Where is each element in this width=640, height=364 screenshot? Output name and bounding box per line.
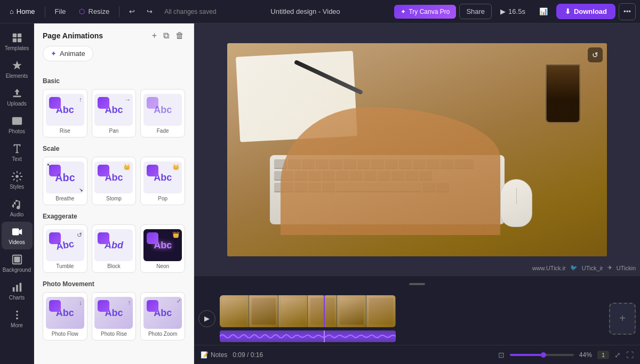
anim-card-pan[interactable]: Abc → Pan <box>92 89 137 137</box>
sidebar-item-background[interactable]: Background <box>2 249 33 277</box>
anim-preview-stomp: Abc 👑 <box>94 161 133 193</box>
more-options-button[interactable]: ••• <box>619 3 636 20</box>
sidebar-item-styles[interactable]: Styles <box>2 166 33 194</box>
anim-card-block[interactable]: Abd Block <box>92 224 137 273</box>
progress-track[interactable] <box>510 354 574 356</box>
animate-button[interactable]: ✦ Animate <box>43 46 93 61</box>
refresh-button[interactable]: ↺ <box>588 47 603 62</box>
svg-rect-1 <box>17 34 21 37</box>
anim-grid-photo: Abc ↓ Photo Flow Abc ↑ Photo Rise <box>43 292 185 341</box>
download-button[interactable]: ⬇ Download <box>556 4 615 19</box>
canvas-body: ↺ www.UTick.ir 🐦 UTick_ir ✈ UTickin <box>194 23 640 276</box>
arrow-up-icon: ↑ <box>79 96 82 103</box>
svg-point-6 <box>15 175 19 178</box>
anim-card-photo-zoom[interactable]: Abc ⤢ Photo Zoom <box>140 292 185 341</box>
abc-icon <box>49 97 61 109</box>
sidebar-item-uploads[interactable]: Uploads <box>2 83 33 111</box>
analytics-button[interactable]: 📊 <box>534 4 553 19</box>
arrow-down-icon: ↓ <box>79 299 82 306</box>
anim-label-photorise: Photo Rise <box>101 331 127 337</box>
anim-card-neon[interactable]: Abc 👑 Neon <box>140 224 185 273</box>
anim-label-photozoom: Photo Zoom <box>148 331 177 337</box>
timeline-handle-row <box>194 276 640 292</box>
watermark-twitter: UTick_ir <box>582 265 603 271</box>
zoom-level: 44% <box>579 351 592 359</box>
anim-card-photo-flow[interactable]: Abc ↓ Photo Flow <box>43 292 87 341</box>
expand-arrow-br: ↘ <box>79 187 83 192</box>
notes-button[interactable]: 📝 Notes <box>201 351 227 359</box>
panel-icons-right: + ⧉ 🗑 <box>151 30 185 42</box>
panel-add-button[interactable]: + <box>151 30 158 42</box>
fit-button[interactable]: ⤢ <box>614 351 621 359</box>
redo-button[interactable]: ↪ <box>141 4 158 19</box>
sidebar-item-videos[interactable]: Videos <box>2 222 33 249</box>
timeline-clips-area <box>220 295 605 342</box>
svg-rect-2 <box>12 38 16 42</box>
sidebar-item-text[interactable]: Text <box>2 139 33 166</box>
crown-badge-stomp: 👑 <box>123 164 131 171</box>
screen-icon: ⊡ <box>498 351 505 359</box>
anim-card-breathe[interactable]: Abc ↖ ↘ Breathe <box>43 157 87 205</box>
anim-label-pop: Pop <box>158 196 167 201</box>
clip-strip-main[interactable] <box>220 295 396 327</box>
fit-icon: ⤢ <box>614 351 621 359</box>
sidebar-item-more[interactable]: More <box>2 305 33 333</box>
sidebar-item-charts[interactable]: Charts <box>2 277 33 305</box>
play-icon: ▶ <box>500 7 506 15</box>
canvas-area: ↺ www.UTick.ir 🐦 UTick_ir ✈ UTickin ▶ <box>194 23 640 364</box>
redo-icon: ↪ <box>147 7 153 15</box>
try-pro-button[interactable]: ✦ Try Canva Pro <box>394 5 456 19</box>
abc-icon-photozoom <box>147 300 158 312</box>
anim-card-stomp[interactable]: Abc 👑 Stomp <box>92 157 137 205</box>
watermark-website: www.UTick.ir <box>532 265 566 271</box>
clip-thumb-2 <box>249 295 278 327</box>
sidebar-item-photos[interactable]: Photos <box>2 111 33 139</box>
saved-status: All changes saved <box>164 8 216 15</box>
audio-playhead <box>324 330 325 342</box>
add-clip-icon: + <box>619 312 626 325</box>
share-button[interactable]: Share <box>459 4 492 19</box>
svg-rect-10 <box>12 287 14 292</box>
anim-grid-basic: Abc ↑ Rise Abc → Pan Abc <box>43 89 185 137</box>
resize-button[interactable]: ⬡ Resize <box>74 4 115 19</box>
clip-thumb-3 <box>278 295 308 327</box>
section-title-photo-movement: Photo Movement <box>43 280 185 288</box>
clip-thumb-4 <box>308 295 337 327</box>
resize-label: Resize <box>89 7 110 15</box>
panel-copy-button[interactable]: ⧉ <box>162 30 170 42</box>
sparkle-icon: ✦ <box>51 50 57 58</box>
watermark-telegram: UTickin <box>617 265 636 271</box>
sidebar-item-elements[interactable]: Elements <box>2 55 33 83</box>
nav-right-group: ✦ Try Canva Pro Share ▶ 16.5s 📊 ⬇ Downlo… <box>394 3 636 20</box>
timer-button[interactable]: ▶ 16.5s <box>495 4 531 19</box>
anim-card-tumble[interactable]: Abc ↺ Tumble <box>43 224 87 273</box>
undo-button[interactable]: ↩ <box>124 4 140 19</box>
anim-card-photo-rise[interactable]: Abc ↑ Photo Rise <box>92 292 137 341</box>
anim-preview-breathe: Abc ↖ ↘ <box>46 161 84 193</box>
anim-label-photoflow: Photo Flow <box>52 331 78 337</box>
anim-card-pop[interactable]: Abc 👑 Pop <box>140 157 185 205</box>
fullscreen-button[interactable]: ⛶ <box>626 351 634 359</box>
sidebar-item-templates[interactable]: Templates <box>2 28 33 55</box>
keyboard-scene <box>227 43 607 256</box>
audio-strip[interactable] <box>220 330 396 342</box>
panel-delete-button[interactable]: 🗑 <box>174 30 185 42</box>
home-label: Home <box>17 7 35 15</box>
main-area: Templates Elements Uploads Photos Text S… <box>0 23 640 364</box>
anim-card-fade[interactable]: Abc Fade <box>140 89 185 137</box>
undo-icon: ↩ <box>129 7 135 15</box>
section-title-exaggerate: Exaggerate <box>43 213 185 220</box>
home-button[interactable]: ⌂ Home <box>4 4 41 19</box>
play-button[interactable]: ▶ <box>198 310 215 327</box>
nav-divider-1 <box>45 6 45 17</box>
anim-label-stomp: Stomp <box>106 196 122 201</box>
crown-badge-pop: 👑 <box>172 164 180 171</box>
screen-view-button[interactable]: ⊡ <box>498 351 505 359</box>
add-clip-button[interactable]: + <box>609 303 636 335</box>
anim-card-rise[interactable]: Abc ↑ Rise <box>43 89 87 137</box>
clip-thumb-1 <box>220 295 249 327</box>
sidebar-label-audio: Audio <box>10 212 24 217</box>
svg-rect-3 <box>17 38 21 42</box>
sidebar-item-audio[interactable]: Audio <box>2 194 33 222</box>
file-button[interactable]: File <box>50 4 71 19</box>
